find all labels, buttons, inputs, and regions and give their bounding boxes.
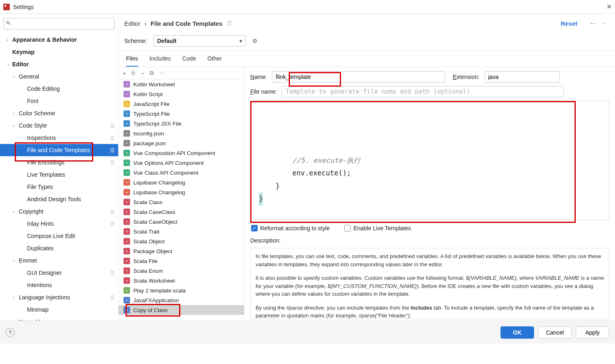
template-item-label: Play 2 template.scala (133, 288, 186, 294)
help-icon[interactable]: ? (6, 328, 15, 337)
template-item[interactable]: ▪Play 2 template.scala (119, 285, 244, 295)
sidebar-item-label: Appearance & Behavior (12, 36, 118, 43)
reformat-checkbox[interactable]: ✓ Reformat according to style (251, 225, 330, 231)
settings-tree[interactable]: ›Appearance & BehaviorKeymap⌄Editor›Gene… (0, 33, 118, 321)
sidebar-item[interactable]: ›Appearance & Behavior (0, 34, 118, 46)
sidebar-item[interactable]: File Encodings☰ (0, 156, 118, 169)
template-item[interactable]: ▪Vue Class API Component (119, 168, 244, 178)
forward-arrow-icon[interactable]: → (600, 19, 608, 28)
template-item[interactable]: ▪JavaFXApplication (119, 295, 244, 305)
template-item[interactable]: ▪Vue Composition API Component (119, 148, 244, 158)
reset-link[interactable]: Reset (561, 20, 577, 27)
template-item[interactable]: ▪Liquibase Changelog (119, 178, 244, 187)
ok-button[interactable]: OK (501, 326, 534, 339)
scheme-selector[interactable]: Default ▾ (153, 35, 246, 47)
sidebar-item[interactable]: ›Language Injections☰ (0, 291, 118, 303)
extension-input[interactable] (485, 71, 560, 83)
template-item[interactable]: ▪Kotlin Worksheet (119, 79, 244, 89)
sidebar-item-label: Live Templates (27, 171, 118, 178)
sidebar-item[interactable]: Duplicates (0, 242, 118, 254)
search-input[interactable] (3, 18, 115, 29)
copy-template-icon[interactable]: ⧉ (150, 70, 154, 76)
sidebar-item-label: Code Editing (27, 85, 118, 92)
remove-template-icon[interactable]: − (141, 70, 144, 76)
live-templates-checkbox[interactable]: Enable Live Templates (344, 225, 411, 231)
sidebar-item[interactable]: Font (0, 95, 118, 107)
sidebar-item[interactable]: Keymap (0, 46, 118, 58)
scheme-label: Scheme: (124, 38, 147, 44)
sidebar-item[interactable]: File and Code Templates☰ (0, 144, 118, 156)
breadcrumb-root[interactable]: Editor (124, 20, 140, 27)
template-item[interactable]: ▪Scala Worksheet (119, 276, 244, 285)
cancel-button[interactable]: Cancel (538, 326, 572, 339)
chevron-icon: › (13, 111, 19, 116)
template-item[interactable]: ▪Package Object (119, 246, 244, 256)
template-item[interactable]: ▪TypeScript File (119, 109, 244, 119)
template-list[interactable]: ▪Kotlin Worksheet▪Kotlin Script▪JavaScri… (119, 79, 244, 321)
tab-includes[interactable]: Includes (150, 55, 171, 67)
apply-button[interactable]: Apply (576, 326, 609, 339)
template-item[interactable]: ▪Scala Trait (119, 227, 244, 236)
back-arrow-icon[interactable]: ← (589, 19, 596, 28)
tab-other[interactable]: Other (207, 55, 222, 67)
sidebar-item[interactable]: ›Natural Languages (0, 316, 118, 321)
dialog-footer: ? OK Cancel Apply (0, 321, 615, 344)
sidebar-item[interactable]: ›Color Scheme (0, 107, 118, 119)
template-toolbar: + ⎘ − ⧉ ↶ (119, 67, 244, 79)
template-item[interactable]: ▪JavaScript File (119, 99, 244, 109)
filename-input[interactable] (282, 86, 564, 97)
sidebar-item[interactable]: ›Copyright☰ (0, 205, 118, 218)
titlebar: Settings ✕ (0, 0, 615, 14)
scope-badge-icon: ☰ (107, 147, 115, 153)
undo-template-icon[interactable]: ↶ (159, 70, 164, 76)
template-code-editor[interactable]: //5. execute-执行 env.execute(); } } (250, 101, 609, 220)
gear-icon[interactable]: ⚙ (252, 38, 258, 44)
sidebar-item[interactable]: Live Templates (0, 169, 118, 181)
filetype-icon: ▪ (123, 228, 130, 235)
sidebar-item[interactable]: ⌄Editor (0, 58, 118, 70)
template-item[interactable]: ▪Scala Object (119, 236, 244, 246)
description-label: Description: (250, 236, 609, 245)
sidebar-item[interactable]: Minimap (0, 303, 118, 316)
sidebar-item[interactable]: ›Emmet (0, 254, 118, 267)
template-item[interactable]: ▪Scala Class (119, 197, 244, 207)
template-item[interactable]: ▪package.json (119, 138, 244, 148)
sidebar-item[interactable]: Android Design Tools (0, 193, 118, 205)
sidebar-item[interactable]: GUI Designer☰ (0, 267, 118, 279)
template-item[interactable]: ▪Liquibase Changelog (119, 187, 244, 197)
template-item[interactable]: ▪Scala CaseObject (119, 217, 244, 227)
checkbox-unchecked-icon (344, 225, 351, 231)
sidebar-item[interactable]: Code Editing (0, 83, 118, 95)
template-item[interactable]: ▪Scala CaseClass (119, 207, 244, 217)
tab-files[interactable]: Files (126, 55, 138, 67)
name-input[interactable] (272, 71, 445, 83)
template-item[interactable]: ▪tsconfig.json (119, 128, 244, 138)
sidebar-item[interactable]: Intentions (0, 279, 118, 291)
sidebar-item-label: Compose Live Edit (27, 233, 118, 239)
template-item[interactable]: ▪Copy of Class (119, 305, 244, 315)
sidebar-item[interactable]: ›Code Style☰ (0, 119, 118, 132)
sidebar-item[interactable]: Inspections☰ (0, 132, 118, 144)
template-item[interactable]: ▪Scala Enum (119, 266, 244, 276)
sidebar-item[interactable]: ›General (0, 70, 118, 83)
sidebar-item[interactable]: File Types (0, 181, 118, 193)
tab-code[interactable]: Code (182, 55, 196, 67)
duplicate-template-icon[interactable]: ⎘ (132, 70, 135, 76)
sidebar-item[interactable]: Inlay Hints☰ (0, 218, 118, 230)
add-template-icon[interactable]: + (123, 70, 126, 76)
template-item-label: tsconfig.json (133, 130, 164, 137)
sidebar-item-label: Copyright (19, 208, 107, 215)
window-title: Settings (13, 4, 34, 10)
template-item[interactable]: ▪Vue Options API Component (119, 158, 244, 168)
sidebar-item[interactable]: Compose Live Edit (0, 230, 118, 242)
filetype-icon: ▪ (123, 287, 130, 294)
close-icon[interactable]: ✕ (606, 3, 612, 11)
settings-search[interactable]: 🔍︎ (3, 18, 115, 29)
template-item[interactable]: ▪Kotlin Script (119, 89, 244, 99)
sidebar-item-label: Keymap (12, 49, 118, 55)
template-item[interactable]: ▪TypeScript JSX File (119, 119, 244, 128)
settings-sidebar: 🔍︎ ›Appearance & BehaviorKeymap⌄Editor›G… (0, 14, 119, 321)
filetype-icon: ▪ (123, 218, 130, 225)
template-item[interactable]: ▪Scala File (119, 256, 244, 266)
scope-badge-icon: ☰ (107, 135, 115, 141)
